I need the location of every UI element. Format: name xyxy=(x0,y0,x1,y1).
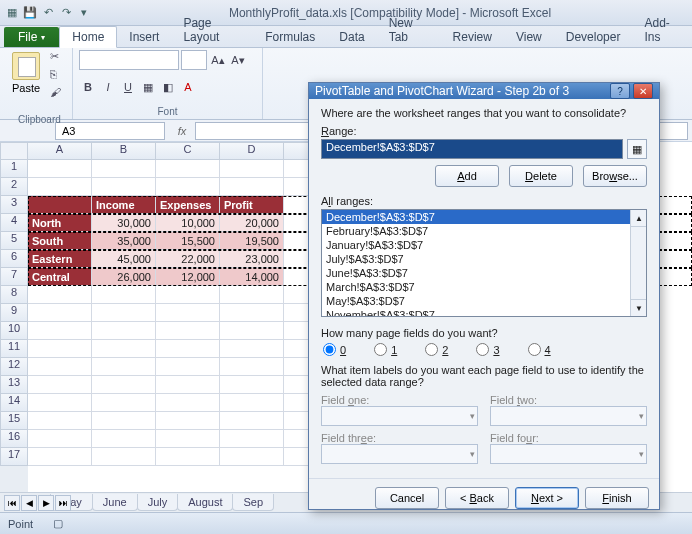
cell[interactable] xyxy=(92,412,156,430)
cancel-button[interactable]: Cancel xyxy=(375,487,439,509)
row-header[interactable]: 1 xyxy=(0,160,28,178)
row-header[interactable]: 5 xyxy=(0,232,28,250)
finish-button[interactable]: Finish xyxy=(585,487,649,509)
cell[interactable] xyxy=(28,358,92,376)
cell[interactable] xyxy=(156,376,220,394)
name-box[interactable] xyxy=(55,122,165,140)
cell[interactable] xyxy=(28,196,92,214)
cell[interactable]: 23,000 xyxy=(220,250,284,268)
cell[interactable] xyxy=(28,322,92,340)
tab-formulas[interactable]: Formulas xyxy=(253,27,327,47)
shrink-font-icon[interactable]: A▾ xyxy=(229,51,247,69)
cell[interactable]: South xyxy=(28,232,92,250)
bold-icon[interactable]: B xyxy=(79,78,97,96)
radio-0[interactable]: 0 xyxy=(323,343,346,356)
row-header[interactable]: 14 xyxy=(0,394,28,412)
cell[interactable] xyxy=(220,160,284,178)
cell[interactable]: Income xyxy=(92,196,156,214)
sheet-tab[interactable]: Sep xyxy=(232,494,274,511)
sheet-tab[interactable]: June xyxy=(92,494,138,511)
cell[interactable] xyxy=(220,376,284,394)
row-header[interactable]: 4 xyxy=(0,214,28,232)
cell[interactable] xyxy=(92,358,156,376)
cell[interactable] xyxy=(156,322,220,340)
sheet-tab[interactable]: August xyxy=(177,494,233,511)
row-header[interactable]: 15 xyxy=(0,412,28,430)
cell[interactable]: 12,000 xyxy=(156,268,220,286)
row-header[interactable]: 2 xyxy=(0,178,28,196)
cell[interactable]: Eastern xyxy=(28,250,92,268)
range-input[interactable]: December!$A$3:$D$7 xyxy=(321,139,623,159)
list-item[interactable]: May!$A$3:$D$7 xyxy=(322,294,646,308)
copy-icon[interactable]: ⎘ xyxy=(50,68,66,84)
row-header[interactable]: 8 xyxy=(0,286,28,304)
close-icon[interactable]: ✕ xyxy=(633,83,653,99)
cell[interactable] xyxy=(28,430,92,448)
cell[interactable]: 19,500 xyxy=(220,232,284,250)
row-header[interactable]: 16 xyxy=(0,430,28,448)
col-header[interactable]: C xyxy=(156,142,220,160)
radio-2[interactable]: 2 xyxy=(425,343,448,356)
cell[interactable] xyxy=(92,304,156,322)
font-size-combo[interactable] xyxy=(181,50,207,70)
cell[interactable] xyxy=(220,322,284,340)
cell[interactable] xyxy=(156,394,220,412)
file-tab[interactable]: File xyxy=(4,27,59,47)
cell[interactable]: 15,500 xyxy=(156,232,220,250)
cell[interactable] xyxy=(92,376,156,394)
cell[interactable] xyxy=(28,412,92,430)
list-item[interactable]: March!$A$3:$D$7 xyxy=(322,280,646,294)
cell[interactable]: 22,000 xyxy=(156,250,220,268)
listbox-scrollbar[interactable] xyxy=(630,210,646,316)
cell[interactable] xyxy=(220,286,284,304)
qat-more-icon[interactable]: ▾ xyxy=(76,5,92,21)
cell[interactable] xyxy=(28,376,92,394)
cell[interactable] xyxy=(156,178,220,196)
dialog-titlebar[interactable]: PivotTable and PivotChart Wizard - Step … xyxy=(309,83,659,99)
cell[interactable] xyxy=(92,178,156,196)
help-icon[interactable]: ? xyxy=(610,83,630,99)
cell[interactable] xyxy=(28,286,92,304)
row-header[interactable]: 9 xyxy=(0,304,28,322)
cell[interactable] xyxy=(220,358,284,376)
row-header[interactable]: 3 xyxy=(0,196,28,214)
cell[interactable] xyxy=(220,448,284,466)
cell[interactable] xyxy=(92,448,156,466)
row-header[interactable]: 12 xyxy=(0,358,28,376)
tab-view[interactable]: View xyxy=(504,27,554,47)
cell[interactable] xyxy=(92,160,156,178)
cell[interactable]: 26,000 xyxy=(92,268,156,286)
cell[interactable] xyxy=(92,286,156,304)
browse-button[interactable]: Browse... xyxy=(583,165,647,187)
tab-developer[interactable]: Developer xyxy=(554,27,633,47)
cell[interactable]: Profit xyxy=(220,196,284,214)
tab-home[interactable]: Home xyxy=(59,26,117,48)
cell[interactable] xyxy=(156,358,220,376)
cell[interactable] xyxy=(220,412,284,430)
cell[interactable] xyxy=(156,412,220,430)
radio-1[interactable]: 1 xyxy=(374,343,397,356)
radio-3[interactable]: 3 xyxy=(476,343,499,356)
col-header[interactable]: D xyxy=(220,142,284,160)
font-name-combo[interactable] xyxy=(79,50,179,70)
list-item[interactable]: February!$A$3:$D$7 xyxy=(322,224,646,238)
col-header[interactable]: A xyxy=(28,142,92,160)
cell[interactable] xyxy=(220,340,284,358)
paste-button[interactable]: Paste xyxy=(6,52,46,94)
delete-button[interactable]: Delete xyxy=(509,165,573,187)
cell[interactable]: 10,000 xyxy=(156,214,220,232)
cut-icon[interactable]: ✂ xyxy=(50,50,66,66)
sheet-nav-next-icon[interactable]: ▶ xyxy=(38,495,54,511)
col-header[interactable]: B xyxy=(92,142,156,160)
radio-4[interactable]: 4 xyxy=(528,343,551,356)
tab-insert[interactable]: Insert xyxy=(117,27,171,47)
range-ref-icon[interactable]: ▦ xyxy=(627,139,647,159)
back-button[interactable]: < Back xyxy=(445,487,509,509)
sheet-nav-last-icon[interactable]: ⏭ xyxy=(55,495,71,511)
cell[interactable] xyxy=(220,304,284,322)
cell[interactable] xyxy=(156,340,220,358)
row-header[interactable]: 10 xyxy=(0,322,28,340)
fx-icon[interactable]: fx xyxy=(169,125,195,137)
cell[interactable] xyxy=(28,448,92,466)
sheet-nav-prev-icon[interactable]: ◀ xyxy=(21,495,37,511)
